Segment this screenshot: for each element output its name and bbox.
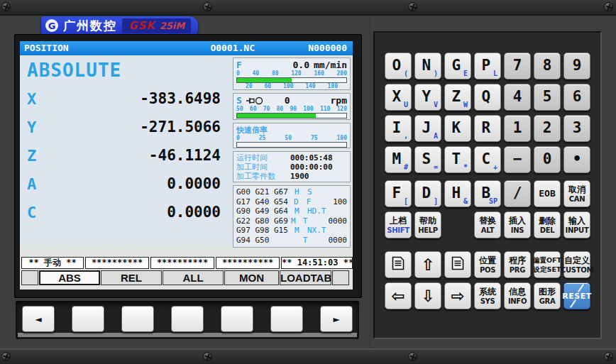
key-page-up[interactable] xyxy=(385,251,412,278)
key-cancel[interactable]: 取消CAN xyxy=(563,180,590,207)
gcode-value: 0000 xyxy=(329,236,348,246)
key-F[interactable]: F[ xyxy=(385,180,412,207)
key-minus[interactable]: − xyxy=(504,146,531,173)
key-sub-label: ] xyxy=(434,197,438,205)
key-N[interactable]: N) xyxy=(414,53,441,79)
key-system[interactable]: 系统SYS xyxy=(474,282,501,309)
tab-stub[interactable] xyxy=(21,270,38,285)
key-Y[interactable]: YV xyxy=(414,84,441,111)
axis-row: C0.0000 xyxy=(27,198,231,226)
key-main-label: 5 xyxy=(543,88,552,105)
key-offset-setting[interactable]: 偏置OFT设定SET xyxy=(534,251,561,278)
status-cell: ** 手动 ** xyxy=(21,257,84,269)
key-X[interactable]: XU xyxy=(385,84,412,111)
key-en-label: DEL xyxy=(540,226,555,234)
key-9[interactable]: 9 xyxy=(563,53,590,79)
panel-seam xyxy=(370,16,371,348)
screw-icon xyxy=(203,2,212,11)
softkey-4[interactable] xyxy=(221,306,253,332)
key-D[interactable]: D] xyxy=(414,180,441,207)
key-B[interactable]: BSP xyxy=(474,180,501,207)
key-cn-label: 图形 xyxy=(539,287,556,297)
key-5[interactable]: 5 xyxy=(534,84,561,111)
key-shift[interactable]: 上档SHIFT xyxy=(385,211,412,238)
softkey-page-left[interactable]: ◄ xyxy=(22,306,55,332)
key-G[interactable]: GE xyxy=(444,53,471,79)
tab-abs[interactable]: ABS xyxy=(39,270,100,285)
key-T[interactable]: T* xyxy=(444,146,471,173)
key-delete[interactable]: 删除DEL xyxy=(534,211,561,238)
tab-all[interactable]: ALL xyxy=(163,270,224,285)
key-en-label: INS xyxy=(511,226,524,234)
timer-label: 运行时间 xyxy=(236,153,290,162)
key-insert[interactable]: 插入INS xyxy=(504,211,531,238)
brand-name: 广州数控 xyxy=(63,18,117,34)
key-Z[interactable]: ZW xyxy=(444,84,471,111)
key-I[interactable]: I, xyxy=(385,115,412,142)
key-cn-label: 插入 xyxy=(509,216,526,226)
key-reset[interactable]: RESET xyxy=(563,282,590,309)
key-help[interactable]: 帮助HELP xyxy=(414,211,441,238)
softkey-1[interactable] xyxy=(72,306,104,332)
key-O[interactable]: O( xyxy=(385,53,412,79)
cursor-left-icon: ⇦ xyxy=(391,287,405,305)
feed-scale-bottom: 2060100140180 xyxy=(236,83,347,89)
key-main-label: EOB xyxy=(539,187,555,198)
key-slash[interactable]: / xyxy=(504,180,531,207)
key-K[interactable]: K xyxy=(444,115,471,142)
key-4[interactable]: 4 xyxy=(504,84,531,111)
softkey-3[interactable] xyxy=(171,306,204,332)
status-cell: ********** xyxy=(85,257,149,269)
key-info[interactable]: 信息INFO xyxy=(504,282,531,309)
scale-tick: 50 xyxy=(285,135,292,141)
key-1[interactable]: 1 xyxy=(504,115,531,142)
key-P[interactable]: PL xyxy=(474,53,501,79)
tab-rel[interactable]: REL xyxy=(101,270,162,285)
key-position[interactable]: 位置POS xyxy=(474,251,501,278)
key-Q[interactable]: Q xyxy=(474,84,501,111)
tab-mon[interactable]: MON xyxy=(224,270,279,285)
key-8[interactable]: 8 xyxy=(534,53,561,79)
feed-bar-fill xyxy=(237,78,292,82)
softkey-strip: ◄► xyxy=(16,301,359,339)
key-6[interactable]: 6 xyxy=(563,84,590,111)
key-M[interactable]: M# xyxy=(385,146,412,173)
softkey-page-right[interactable]: ► xyxy=(320,306,353,332)
key-2[interactable]: 2 xyxy=(534,115,561,142)
brand-logo: G 广州数控 GSK 25iM xyxy=(41,16,198,35)
key-7[interactable]: 7 xyxy=(504,53,531,79)
key-input[interactable]: 输入INPUT xyxy=(563,211,590,238)
key-3[interactable]: 3 xyxy=(563,115,590,142)
tab-loadtab[interactable]: LOADTAB xyxy=(280,270,331,285)
key-cursor-right[interactable]: ⇨ xyxy=(444,282,471,309)
key-main-label: I xyxy=(392,119,402,136)
key-S[interactable]: S= xyxy=(414,146,441,173)
key-eob[interactable]: EOB xyxy=(534,180,561,207)
gcode-codes: G22 G80 G69 xyxy=(236,216,291,226)
key-alt[interactable]: 替换ALT xyxy=(474,211,501,238)
key-0[interactable]: 0 xyxy=(534,146,561,173)
key-J[interactable]: JA xyxy=(414,115,441,142)
key-dot[interactable]: • xyxy=(563,146,590,173)
key-cn-label: 位置 xyxy=(479,255,496,266)
key-cursor-down[interactable]: ⇩ xyxy=(414,282,441,309)
key-C[interactable]: C+ xyxy=(474,146,501,173)
key-main-label: / xyxy=(513,184,522,202)
key-program[interactable]: 程序PRG xyxy=(504,251,531,278)
softkey-5[interactable] xyxy=(270,306,303,332)
key-graph[interactable]: 图形GRA xyxy=(534,282,561,309)
key-custom[interactable]: 自定义CUSTOM xyxy=(563,251,590,278)
key-cursor-left[interactable]: ⇦ xyxy=(385,282,412,309)
softkey-2[interactable] xyxy=(121,306,154,332)
key-sub-label: * xyxy=(463,163,468,171)
gcode-label: NX.T xyxy=(307,226,334,236)
key-main-label: 4 xyxy=(513,88,522,105)
reset-label: RESET xyxy=(562,292,591,301)
axis-name: Y xyxy=(27,118,57,136)
key-page-down[interactable] xyxy=(444,251,471,278)
key-cursor-up[interactable]: ⇧ xyxy=(414,251,441,278)
key-H[interactable]: H& xyxy=(444,180,471,207)
tab-stub[interactable] xyxy=(332,270,349,285)
key-R[interactable]: R xyxy=(474,115,501,142)
position-pane: ABSOLUTE X-383.6498Y-271.5066Z-46.1124A0… xyxy=(20,55,231,245)
